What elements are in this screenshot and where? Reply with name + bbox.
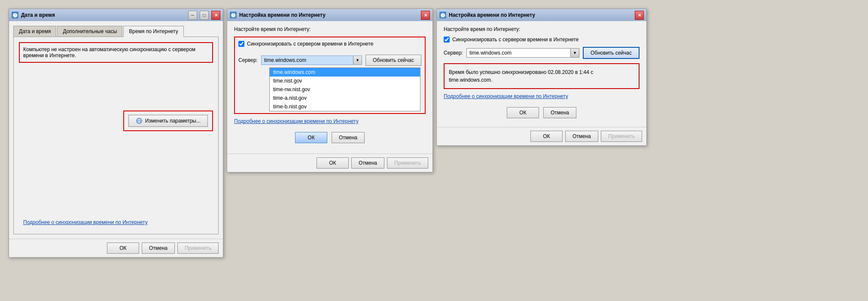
close-btn-1[interactable]: ✕: [211, 11, 220, 20]
sync-section-box: Синхронизировать с сервером времени в Ин…: [234, 37, 426, 114]
update-now-btn-2[interactable]: Обновить сейчас: [583, 47, 640, 59]
tab-internet-time[interactable]: Время по Интернету: [123, 26, 183, 37]
dialog2-buttons: ОК Отмена: [444, 104, 640, 122]
server-dropdown-arrow-1[interactable]: ▼: [353, 56, 362, 64]
dialog1-buttons: ОК Отмена: [234, 129, 426, 147]
dropdown-item-4[interactable]: time-b.nist.gov: [270, 102, 420, 111]
success-box: Время было успешно синхронизировано 02.0…: [444, 63, 640, 89]
learn-more-link-1[interactable]: Подробнее о синхронизации времени по Инт…: [19, 216, 213, 229]
ok-btn-d2[interactable]: ОК: [507, 107, 539, 118]
window1-bottom-bar: ОК Отмена Применить: [9, 239, 223, 257]
update-now-btn-1[interactable]: Обновить сейчас: [365, 55, 421, 66]
not-synced-text: Компьютер не настроен на автоматическую …: [23, 46, 195, 58]
apply-btn-1[interactable]: Применить: [177, 243, 219, 254]
internet-time-dialog-2: 🕐 Настройка времени по Интернету ✕ Настр…: [436, 9, 647, 146]
server-row-1: Сервер: ▼ Обновить сейчас: [235, 53, 425, 68]
close-btn-d1[interactable]: ✕: [421, 11, 430, 20]
change-params-wrapper: Изменить параметры...: [123, 111, 213, 131]
tab-datetime[interactable]: Дата и время: [13, 26, 56, 37]
dropdown-item-0[interactable]: time.windows.com: [270, 68, 420, 77]
datetime-window: 🕐 Дата и время ─ □ ✕ Дата и время Дополн…: [9, 9, 223, 258]
minimize-btn-1[interactable]: ─: [188, 11, 197, 20]
titlebar-1: 🕐 Дата и время ─ □ ✕: [9, 9, 223, 21]
apply-btn-w3[interactable]: Применить: [601, 131, 642, 142]
globe-icon: [136, 117, 143, 124]
tab-content-internet: Компьютер не настроен на автоматическую …: [13, 37, 219, 234]
dropdown-item-3[interactable]: time-a.nist.gov: [270, 94, 420, 102]
sync-checkbox-1[interactable]: [238, 41, 244, 47]
server-label-2: Сервер:: [444, 50, 463, 56]
sync-checkbox-2[interactable]: [444, 37, 450, 43]
learn-more-link-d1[interactable]: Подробнее о синхронизации времени по Инт…: [234, 118, 426, 124]
maximize-btn-1[interactable]: □: [200, 11, 209, 20]
server-input-1[interactable]: [262, 56, 353, 64]
window1-title: Дата и время: [21, 12, 186, 18]
checkbox-label-2: Синхронизировать с сервером времени в Ин…: [452, 37, 579, 43]
checkbox-row-2: Синхронизировать с сервером времени в Ин…: [444, 37, 640, 43]
clock-icon-d2: 🕐: [439, 12, 446, 18]
server-combo-2: ▼: [466, 48, 579, 58]
dialog1-content: Настройте время по Интернету: Синхронизи…: [227, 21, 432, 152]
ok-btn-w3[interactable]: ОК: [530, 131, 563, 142]
learn-more-link-d2[interactable]: Подробнее о синхронизации времени по Инт…: [444, 93, 640, 99]
success-text: Время было успешно синхронизировано 02.0…: [449, 69, 593, 83]
dialog2-content: Настройте время по Интернету: Синхронизи…: [437, 21, 646, 127]
apply-btn-w2[interactable]: Применить: [387, 157, 428, 169]
server-arrow-2[interactable]: ▼: [570, 49, 579, 57]
change-params-btn[interactable]: Изменить параметры...: [128, 115, 208, 127]
dialog1-prompt: Настройте время по Интернету:: [234, 26, 426, 32]
server-combo-1: ▼: [261, 55, 362, 65]
clock-icon-d1: 🕐: [230, 12, 237, 18]
dropdown-item-2[interactable]: time-nw.nist.gov: [270, 85, 420, 94]
server-row-2: Сервер: ▼ Обновить сейчас: [444, 47, 640, 59]
change-params-label: Изменить параметры...: [145, 118, 201, 124]
not-synced-box: Компьютер не настроен на автоматическую …: [19, 42, 213, 63]
ok-btn-w2[interactable]: ОК: [317, 157, 349, 169]
cancel-btn-d1[interactable]: Отмена: [332, 132, 365, 143]
titlebar-dialog2: 🕐 Настройка времени по Интернету ✕: [437, 9, 646, 21]
clock-icon: 🕐: [12, 12, 18, 18]
dialog2-prompt: Настройте время по Интернету:: [444, 26, 640, 32]
dialog1-main-bottom: ОК Отмена Применить: [227, 154, 432, 172]
close-btn-d2[interactable]: ✕: [635, 11, 644, 20]
checkbox-row-1: Синхронизировать с сервером времени в Ин…: [235, 39, 425, 49]
dropdown-item-1[interactable]: time.nist.gov: [270, 77, 420, 85]
ok-btn-d1[interactable]: ОК: [295, 132, 327, 143]
cancel-btn-d2[interactable]: Отмена: [543, 107, 576, 118]
server-label-1: Сервер:: [238, 57, 258, 63]
dialog2-title: Настройка времени по Интернету: [449, 12, 632, 18]
checkbox-label-1: Синхронизировать с сервером времени в Ин…: [247, 41, 373, 47]
dialog2-main-bottom: ОК Отмена Применить: [437, 127, 646, 145]
server-dropdown-list: time.windows.com time.nist.gov time-nw.n…: [269, 68, 420, 111]
ok-btn-1[interactable]: ОК: [107, 243, 139, 254]
tabs-row: Дата и время Дополнительные часы Время п…: [13, 25, 219, 37]
server-input-2[interactable]: [467, 49, 570, 57]
cancel-btn-1[interactable]: Отмена: [142, 243, 175, 254]
dialog1-title: Настройка времени по Интернету: [239, 12, 418, 18]
cancel-btn-w2[interactable]: Отмена: [351, 157, 384, 169]
cancel-btn-w3[interactable]: Отмена: [565, 131, 598, 142]
window1-content: Дата и время Дополнительные часы Время п…: [9, 21, 223, 239]
tab-extra-clocks[interactable]: Дополнительные часы: [57, 26, 122, 37]
internet-time-dialog-1: 🕐 Настройка времени по Интернету ✕ Настр…: [227, 9, 433, 172]
titlebar-dialog1: 🕐 Настройка времени по Интернету ✕: [227, 9, 432, 21]
